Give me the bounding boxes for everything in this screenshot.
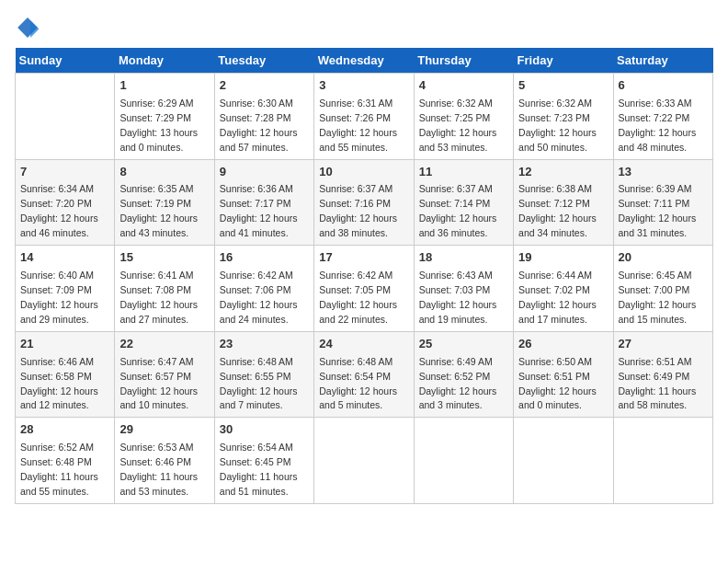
day-of-week-friday: Friday (514, 48, 613, 74)
calendar-cell: 2Sunrise: 6:30 AM Sunset: 7:28 PM Daylig… (214, 74, 313, 160)
day-number: 12 (518, 164, 608, 181)
day-info: Sunrise: 6:49 AM Sunset: 6:52 PM Dayligh… (419, 356, 497, 411)
calendar-cell: 4Sunrise: 6:32 AM Sunset: 7:25 PM Daylig… (414, 74, 513, 160)
day-info: Sunrise: 6:35 AM Sunset: 7:19 PM Dayligh… (119, 183, 198, 238)
day-number: 18 (419, 249, 508, 267)
day-number: 1 (119, 77, 209, 95)
page-header (15, 15, 713, 40)
day-info: Sunrise: 6:50 AM Sunset: 6:51 PM Dayligh… (518, 356, 597, 411)
day-number: 30 (220, 421, 309, 439)
day-number: 29 (119, 421, 209, 439)
calendar-cell: 21Sunrise: 6:46 AM Sunset: 6:58 PM Dayli… (16, 331, 115, 418)
day-info: Sunrise: 6:36 AM Sunset: 7:17 PM Dayligh… (220, 183, 298, 238)
calendar-cell (16, 74, 115, 160)
calendar-week-1: 1Sunrise: 6:29 AM Sunset: 7:29 PM Daylig… (16, 74, 713, 160)
day-of-week-saturday: Saturday (613, 48, 712, 74)
calendar-cell: 15Sunrise: 6:41 AM Sunset: 7:08 PM Dayli… (115, 246, 214, 332)
day-info: Sunrise: 6:42 AM Sunset: 7:06 PM Dayligh… (220, 270, 298, 325)
day-number: 14 (20, 249, 109, 267)
day-number: 20 (619, 249, 708, 267)
day-info: Sunrise: 6:51 AM Sunset: 6:49 PM Dayligh… (619, 356, 697, 411)
calendar-cell: 30Sunrise: 6:54 AM Sunset: 6:45 PM Dayli… (214, 418, 313, 504)
day-number: 19 (518, 249, 608, 267)
day-number: 15 (119, 249, 209, 267)
calendar-cell: 6Sunrise: 6:33 AM Sunset: 7:22 PM Daylig… (613, 74, 712, 160)
calendar-cell: 16Sunrise: 6:42 AM Sunset: 7:06 PM Dayli… (214, 246, 313, 332)
day-of-week-tuesday: Tuesday (214, 48, 313, 74)
calendar-cell: 14Sunrise: 6:40 AM Sunset: 7:09 PM Dayli… (16, 246, 115, 332)
day-info: Sunrise: 6:41 AM Sunset: 7:08 PM Dayligh… (119, 270, 198, 325)
day-number: 21 (20, 336, 109, 353)
day-number: 6 (619, 77, 708, 95)
day-number: 4 (419, 77, 508, 95)
calendar-cell: 25Sunrise: 6:49 AM Sunset: 6:52 PM Dayli… (414, 331, 513, 418)
calendar-cell: 28Sunrise: 6:52 AM Sunset: 6:48 PM Dayli… (16, 418, 115, 504)
calendar-cell: 8Sunrise: 6:35 AM Sunset: 7:19 PM Daylig… (115, 159, 214, 246)
calendar-week-4: 21Sunrise: 6:46 AM Sunset: 6:58 PM Dayli… (16, 331, 713, 418)
calendar-cell: 1Sunrise: 6:29 AM Sunset: 7:29 PM Daylig… (115, 74, 214, 160)
calendar-cell: 11Sunrise: 6:37 AM Sunset: 7:14 PM Dayli… (414, 159, 513, 246)
day-of-week-thursday: Thursday (414, 48, 513, 74)
day-number: 27 (619, 336, 708, 353)
calendar-cell (514, 418, 613, 504)
day-info: Sunrise: 6:48 AM Sunset: 6:54 PM Dayligh… (319, 356, 397, 411)
day-info: Sunrise: 6:45 AM Sunset: 7:00 PM Dayligh… (619, 270, 697, 325)
day-number: 24 (319, 336, 408, 353)
day-number: 10 (319, 164, 408, 181)
calendar-cell: 10Sunrise: 6:37 AM Sunset: 7:16 PM Dayli… (314, 159, 414, 246)
day-number: 23 (220, 336, 309, 353)
calendar-cell: 7Sunrise: 6:34 AM Sunset: 7:20 PM Daylig… (16, 159, 115, 246)
calendar-table: SundayMondayTuesdayWednesdayThursdayFrid… (15, 48, 713, 504)
calendar-cell: 13Sunrise: 6:39 AM Sunset: 7:11 PM Dayli… (613, 159, 712, 246)
day-number: 2 (220, 77, 309, 95)
calendar-cell: 26Sunrise: 6:50 AM Sunset: 6:51 PM Dayli… (514, 331, 613, 418)
svg-marker-1 (30, 20, 39, 38)
calendar-cell: 29Sunrise: 6:53 AM Sunset: 6:46 PM Dayli… (115, 418, 214, 504)
day-info: Sunrise: 6:40 AM Sunset: 7:09 PM Dayligh… (20, 270, 98, 325)
days-header-row: SundayMondayTuesdayWednesdayThursdayFrid… (16, 48, 713, 74)
day-info: Sunrise: 6:52 AM Sunset: 6:48 PM Dayligh… (20, 442, 98, 497)
day-info: Sunrise: 6:47 AM Sunset: 6:57 PM Dayligh… (119, 356, 198, 411)
calendar-cell: 9Sunrise: 6:36 AM Sunset: 7:17 PM Daylig… (214, 159, 313, 246)
day-of-week-sunday: Sunday (16, 48, 115, 74)
day-info: Sunrise: 6:31 AM Sunset: 7:26 PM Dayligh… (319, 98, 397, 153)
day-info: Sunrise: 6:34 AM Sunset: 7:20 PM Dayligh… (20, 183, 98, 238)
day-number: 8 (119, 164, 209, 181)
day-number: 13 (619, 164, 708, 181)
day-number: 7 (20, 164, 109, 181)
calendar-cell: 23Sunrise: 6:48 AM Sunset: 6:55 PM Dayli… (214, 331, 313, 418)
day-number: 26 (518, 336, 608, 353)
day-info: Sunrise: 6:42 AM Sunset: 7:05 PM Dayligh… (319, 270, 397, 325)
day-of-week-wednesday: Wednesday (314, 48, 414, 74)
day-number: 11 (419, 164, 508, 181)
calendar-cell (414, 418, 513, 504)
calendar-cell (314, 418, 414, 504)
day-info: Sunrise: 6:37 AM Sunset: 7:14 PM Dayligh… (419, 183, 497, 238)
day-number: 16 (220, 249, 309, 267)
calendar-week-5: 28Sunrise: 6:52 AM Sunset: 6:48 PM Dayli… (16, 418, 713, 504)
calendar-cell: 20Sunrise: 6:45 AM Sunset: 7:00 PM Dayli… (613, 246, 712, 332)
day-info: Sunrise: 6:53 AM Sunset: 6:46 PM Dayligh… (119, 442, 198, 497)
day-info: Sunrise: 6:39 AM Sunset: 7:11 PM Dayligh… (619, 183, 697, 238)
day-info: Sunrise: 6:32 AM Sunset: 7:25 PM Dayligh… (419, 98, 497, 153)
calendar-cell: 5Sunrise: 6:32 AM Sunset: 7:23 PM Daylig… (514, 74, 613, 160)
day-number: 9 (220, 164, 309, 181)
day-number: 17 (319, 249, 408, 267)
day-of-week-monday: Monday (115, 48, 214, 74)
day-info: Sunrise: 6:29 AM Sunset: 7:29 PM Dayligh… (119, 98, 198, 153)
calendar-week-2: 7Sunrise: 6:34 AM Sunset: 7:20 PM Daylig… (16, 159, 713, 246)
day-info: Sunrise: 6:32 AM Sunset: 7:23 PM Dayligh… (518, 98, 597, 153)
calendar-cell: 17Sunrise: 6:42 AM Sunset: 7:05 PM Dayli… (314, 246, 414, 332)
day-info: Sunrise: 6:44 AM Sunset: 7:02 PM Dayligh… (518, 270, 597, 325)
day-info: Sunrise: 6:48 AM Sunset: 6:55 PM Dayligh… (220, 356, 298, 411)
calendar-cell: 22Sunrise: 6:47 AM Sunset: 6:57 PM Dayli… (115, 331, 214, 418)
calendar-week-3: 14Sunrise: 6:40 AM Sunset: 7:09 PM Dayli… (16, 246, 713, 332)
day-info: Sunrise: 6:46 AM Sunset: 6:58 PM Dayligh… (20, 356, 98, 411)
day-info: Sunrise: 6:37 AM Sunset: 7:16 PM Dayligh… (319, 183, 397, 238)
day-number: 25 (419, 336, 508, 353)
day-number: 5 (518, 77, 608, 95)
day-info: Sunrise: 6:33 AM Sunset: 7:22 PM Dayligh… (619, 98, 697, 153)
calendar-cell: 19Sunrise: 6:44 AM Sunset: 7:02 PM Dayli… (514, 246, 613, 332)
calendar-cell: 27Sunrise: 6:51 AM Sunset: 6:49 PM Dayli… (613, 331, 712, 418)
calendar-cell (613, 418, 712, 504)
